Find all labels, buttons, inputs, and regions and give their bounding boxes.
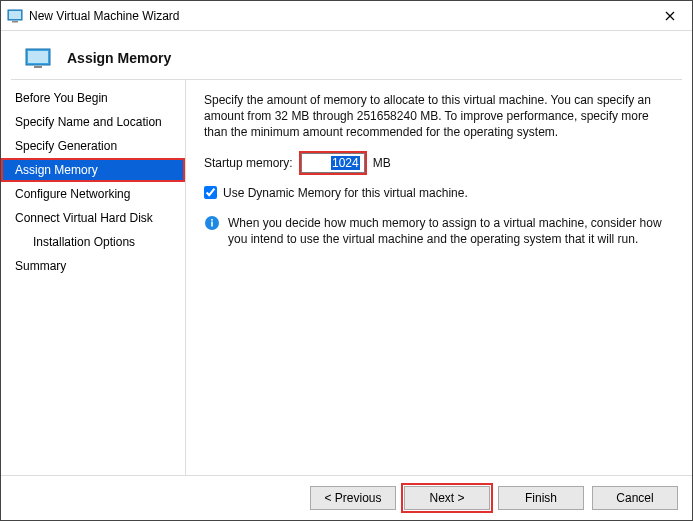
previous-button[interactable]: < Previous	[310, 486, 396, 510]
startup-memory-label: Startup memory:	[204, 155, 293, 171]
dynamic-memory-checkbox[interactable]	[204, 186, 217, 199]
cancel-button[interactable]: Cancel	[592, 486, 678, 510]
svg-rect-2	[12, 21, 18, 23]
step-configure-networking[interactable]: Configure Networking	[1, 182, 185, 206]
header-vm-icon	[25, 47, 53, 69]
step-specify-name-location[interactable]: Specify Name and Location	[1, 110, 185, 134]
wizard-content: Specify the amount of memory to allocate…	[186, 80, 692, 475]
step-summary[interactable]: Summary	[1, 254, 185, 278]
svg-rect-7	[211, 221, 213, 226]
dynamic-memory-label: Use Dynamic Memory for this virtual mach…	[223, 185, 468, 201]
memory-unit-label: MB	[373, 155, 391, 171]
info-row: When you decide how much memory to assig…	[204, 215, 674, 247]
vm-wizard-icon	[7, 8, 23, 24]
wizard-header: Assign Memory	[1, 31, 692, 79]
info-icon	[204, 215, 220, 231]
wizard-body: Before You Begin Specify Name and Locati…	[1, 80, 692, 475]
window-title: New Virtual Machine Wizard	[29, 9, 180, 23]
info-text: When you decide how much memory to assig…	[228, 215, 674, 247]
wizard-steps-sidebar: Before You Begin Specify Name and Locati…	[1, 80, 186, 475]
page-title: Assign Memory	[67, 50, 171, 66]
startup-memory-row: Startup memory: 1024 MB	[204, 153, 674, 173]
svg-rect-1	[9, 11, 21, 19]
step-before-you-begin[interactable]: Before You Begin	[1, 86, 185, 110]
description-text: Specify the amount of memory to allocate…	[204, 92, 674, 141]
next-button[interactable]: Next >	[404, 486, 490, 510]
svg-rect-5	[34, 66, 42, 68]
finish-button[interactable]: Finish	[498, 486, 584, 510]
svg-rect-8	[211, 219, 213, 221]
dynamic-memory-checkbox-row[interactable]: Use Dynamic Memory for this virtual mach…	[204, 185, 674, 201]
close-button[interactable]	[648, 1, 692, 31]
step-connect-vhd[interactable]: Connect Virtual Hard Disk	[1, 206, 185, 230]
step-assign-memory[interactable]: Assign Memory	[1, 158, 185, 182]
step-installation-options[interactable]: Installation Options	[1, 230, 185, 254]
startup-memory-input[interactable]: 1024	[301, 153, 365, 173]
close-icon	[665, 11, 675, 21]
svg-rect-4	[28, 51, 48, 63]
wizard-window: New Virtual Machine Wizard Assign Memory…	[0, 0, 693, 521]
wizard-footer: < Previous Next > Finish Cancel	[1, 475, 692, 520]
titlebar: New Virtual Machine Wizard	[1, 1, 692, 31]
step-specify-generation[interactable]: Specify Generation	[1, 134, 185, 158]
